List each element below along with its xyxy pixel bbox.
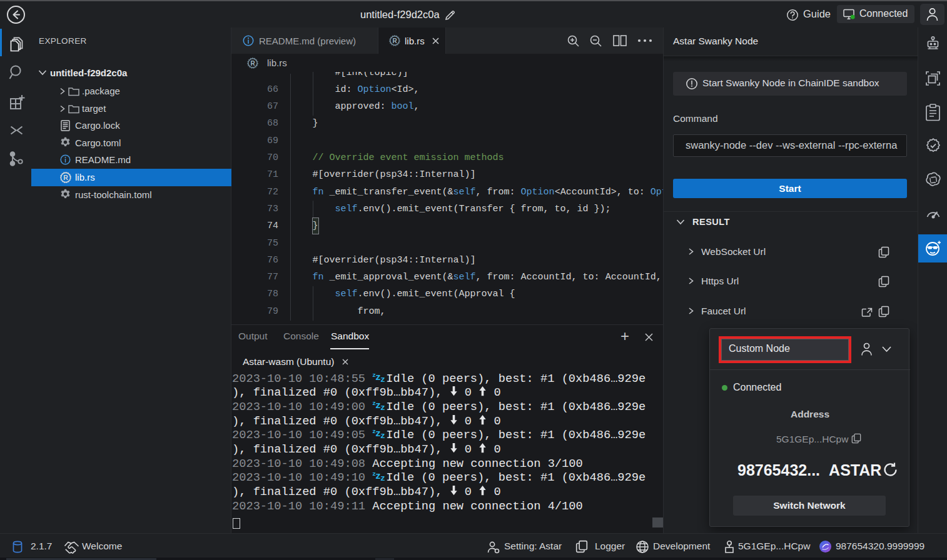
svg-text:R: R xyxy=(63,174,68,181)
svg-text:R: R xyxy=(392,38,397,44)
svg-text:R: R xyxy=(250,60,255,67)
